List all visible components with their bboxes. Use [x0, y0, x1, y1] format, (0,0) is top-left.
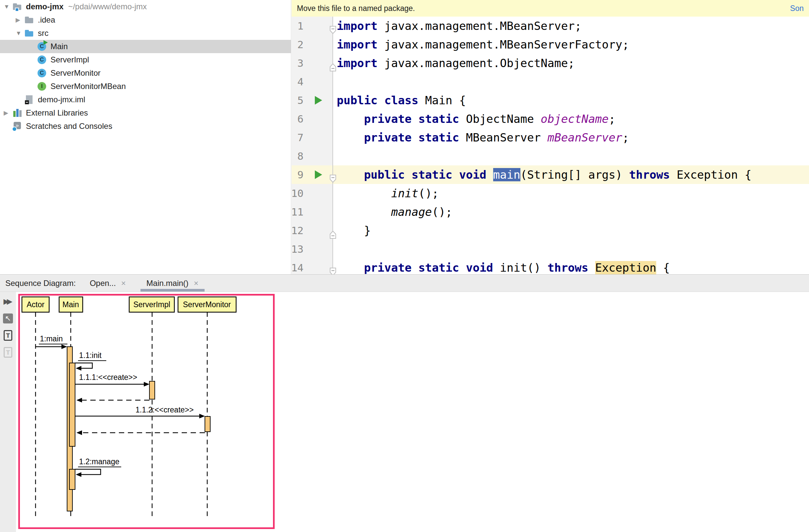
editor-gutter[interactable]: 12	[292, 221, 333, 240]
tree-item-servermonitor[interactable]: ServerMonitor	[0, 66, 291, 80]
tree-item-external-libraries[interactable]: External Libraries	[0, 106, 291, 120]
participant-actor[interactable]: Actor	[22, 297, 49, 312]
close-icon[interactable]: ×	[194, 279, 199, 288]
tree-item-serverimpl[interactable]: ServerImpl	[0, 53, 291, 66]
code-text[interactable]	[333, 72, 809, 91]
editor-gutter[interactable]: 4	[292, 72, 333, 91]
tab-open[interactable]: Open... ×	[83, 275, 133, 292]
code-line-7[interactable]: 7 private static MBeanServer mBeanServer…	[292, 128, 809, 147]
code-text[interactable]: init();	[333, 184, 809, 203]
participant-servermonitor[interactable]: ServerMonitor	[178, 297, 236, 312]
code-line-14[interactable]: 14 private static void init() throws Exc…	[292, 258, 809, 274]
participant-serverimpl[interactable]: ServerImpl	[129, 297, 174, 312]
tree-collapsed-arrow-icon[interactable]	[15, 16, 24, 23]
editor-gutter[interactable]: 10	[292, 184, 333, 203]
run-gutter-icon[interactable]	[315, 96, 322, 105]
fold-marker-down-icon[interactable]	[329, 21, 337, 30]
tree-collapsed-arrow-icon[interactable]	[3, 109, 13, 117]
line-number[interactable]: 3	[297, 54, 304, 72]
tree-item-demo-jmx-iml[interactable]: demo-jmx.iml	[0, 93, 291, 106]
tree-expanded-arrow-icon[interactable]	[15, 30, 24, 37]
fast-forward-icon[interactable]	[2, 296, 14, 307]
fold-marker-down-icon[interactable]	[329, 170, 337, 179]
editor-gutter[interactable]: 7	[292, 128, 333, 147]
line-number[interactable]: 1	[297, 17, 304, 35]
fold-marker-up-icon[interactable]	[329, 58, 337, 67]
tree-item-scratches-and-consoles[interactable]: Scratches and Consoles	[0, 120, 291, 133]
editor-gutter[interactable]: 1	[292, 17, 333, 35]
code-line-9[interactable]: 9 public static void main(String[] args)…	[292, 165, 809, 184]
tab-open-label[interactable]: Open...	[90, 279, 116, 288]
editor-gutter[interactable]: 13	[292, 240, 333, 258]
line-number[interactable]: 14	[292, 258, 304, 274]
code-line-11[interactable]: 11 manage();	[292, 203, 809, 221]
message-label-init[interactable]: 1.1:init	[79, 351, 102, 360]
code-line-10[interactable]: 10 init();	[292, 184, 809, 203]
code-line-4[interactable]: 4	[292, 72, 809, 91]
activation-main-init[interactable]	[69, 363, 75, 446]
export-to-editor-icon[interactable]	[3, 313, 13, 324]
code-text[interactable]: manage();	[333, 203, 809, 221]
editor-gutter[interactable]: 5	[292, 91, 333, 109]
code-text[interactable]: private static void init() throws Except…	[333, 258, 809, 274]
code-line-2[interactable]: 2import javax.management.MBeanServerFact…	[292, 35, 809, 54]
line-number[interactable]: 7	[297, 128, 304, 147]
code-line-1[interactable]: 1import javax.management.MBeanServer;	[292, 17, 809, 35]
activation-serverimpl[interactable]	[150, 381, 155, 399]
line-number[interactable]: 13	[292, 240, 304, 258]
code-text[interactable]	[333, 147, 809, 165]
code-line-3[interactable]: 3import javax.management.ObjectName;	[292, 54, 809, 72]
code-text[interactable]: import javax.management.ObjectName;	[333, 54, 809, 72]
tree-expanded-arrow-icon[interactable]	[3, 3, 13, 10]
tab-main-main[interactable]: Main.main() ×	[140, 275, 205, 292]
editor-gutter[interactable]: 2	[292, 35, 333, 54]
editor-gutter[interactable]: 9	[292, 165, 333, 184]
tree-item-servermonitormbean[interactable]: ServerMonitorMBean	[0, 80, 291, 93]
participant-main[interactable]: Main	[59, 297, 83, 312]
code-line-8[interactable]: 8	[292, 147, 809, 165]
line-number[interactable]: 8	[297, 147, 304, 165]
message-label-manage[interactable]: 1.2:manage	[79, 457, 119, 466]
message-label-create-servermonitor[interactable]: 1.1.2:<<create>>	[136, 406, 194, 414]
activation-servermonitor[interactable]	[205, 416, 210, 432]
tree-item-main[interactable]: Main	[0, 40, 291, 53]
code-text[interactable]: public static void main(String[] args) t…	[333, 165, 809, 184]
line-number[interactable]: 4	[297, 72, 304, 91]
code-line-12[interactable]: 12 }	[292, 221, 809, 240]
message-label-create-serverimpl[interactable]: 1.1.1:<<create>>	[79, 373, 137, 381]
code-line-13[interactable]: 13	[292, 240, 809, 258]
banner-action-link[interactable]: Son	[790, 4, 804, 13]
tab-main-main-label[interactable]: Main.main()	[147, 279, 189, 288]
activation-main-manage[interactable]	[69, 469, 75, 490]
code-text[interactable]: import javax.management.MBeanServer;	[333, 17, 809, 35]
editor-gutter[interactable]: 3	[292, 54, 333, 72]
fold-marker-down-icon[interactable]	[329, 263, 337, 272]
tree-item--idea[interactable]: .idea	[0, 13, 291, 27]
message-label-main[interactable]: 1:main	[40, 334, 63, 343]
close-icon[interactable]: ×	[121, 279, 126, 288]
editor-gutter[interactable]: 14	[292, 258, 333, 274]
line-number[interactable]: 5	[297, 91, 304, 109]
run-gutter-icon[interactable]	[315, 170, 322, 179]
code-text[interactable]: import javax.management.MBeanServerFacto…	[333, 35, 809, 54]
line-number[interactable]: 12	[292, 221, 304, 240]
editor-gutter[interactable]: 8	[292, 147, 333, 165]
tree-item-demo-jmx[interactable]: demo-jmx~/pdai/www/demo-jmx	[0, 0, 291, 13]
line-number[interactable]: 6	[297, 109, 304, 128]
fold-marker-up-icon[interactable]	[329, 226, 337, 235]
code-line-5[interactable]: 5public class Main {	[292, 91, 809, 109]
save-as-text-icon[interactable]	[4, 330, 12, 341]
code-text[interactable]: private static MBeanServer mBeanServer;	[333, 128, 809, 147]
code-text[interactable]	[333, 240, 809, 258]
sequence-diagram[interactable]: Actor Main ServerImpl ServerMonitor	[16, 292, 282, 532]
code-line-6[interactable]: 6 private static ObjectName objectName;	[292, 109, 809, 128]
code-text[interactable]: private static ObjectName objectName;	[333, 109, 809, 128]
editor-gutter[interactable]: 6	[292, 109, 333, 128]
line-number[interactable]: 2	[297, 35, 304, 54]
line-number[interactable]: 9	[297, 165, 304, 184]
tree-item-src[interactable]: src	[0, 27, 291, 40]
editor-gutter[interactable]: 11	[292, 203, 333, 221]
line-number[interactable]: 10	[292, 184, 304, 203]
code-editor[interactable]: 1import javax.management.MBeanServer;2im…	[292, 17, 809, 274]
code-text[interactable]: public class Main {	[333, 91, 809, 109]
